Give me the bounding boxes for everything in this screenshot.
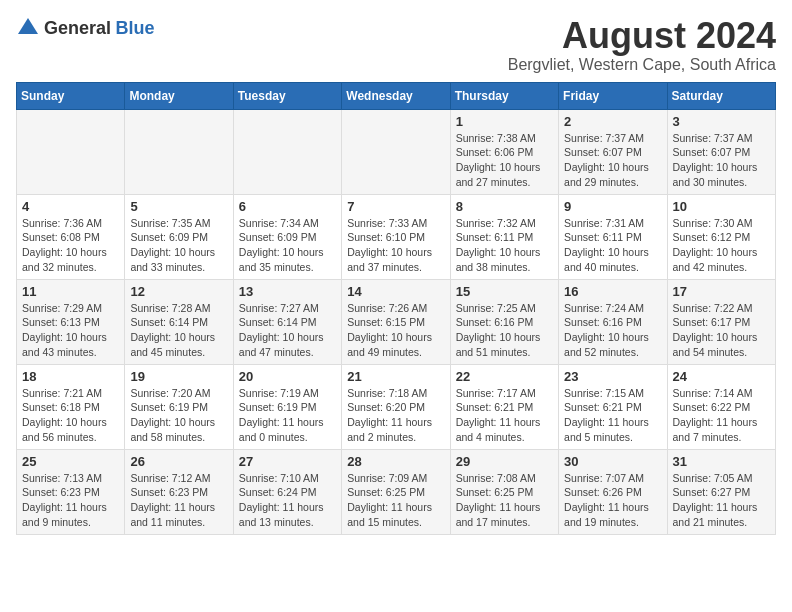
day-number: 4 (22, 199, 119, 214)
calendar-cell: 22Sunrise: 7:17 AM Sunset: 6:21 PM Dayli… (450, 364, 558, 449)
day-number: 1 (456, 114, 553, 129)
day-number: 15 (456, 284, 553, 299)
calendar-cell: 10Sunrise: 7:30 AM Sunset: 6:12 PM Dayli… (667, 194, 775, 279)
day-number: 23 (564, 369, 661, 384)
day-info: Sunrise: 7:36 AM Sunset: 6:08 PM Dayligh… (22, 216, 119, 275)
calendar-cell (17, 109, 125, 194)
calendar-cell: 7Sunrise: 7:33 AM Sunset: 6:10 PM Daylig… (342, 194, 450, 279)
day-number: 19 (130, 369, 227, 384)
day-number: 18 (22, 369, 119, 384)
day-info: Sunrise: 7:30 AM Sunset: 6:12 PM Dayligh… (673, 216, 770, 275)
calendar-cell: 29Sunrise: 7:08 AM Sunset: 6:25 PM Dayli… (450, 449, 558, 534)
day-info: Sunrise: 7:20 AM Sunset: 6:19 PM Dayligh… (130, 386, 227, 445)
day-info: Sunrise: 7:26 AM Sunset: 6:15 PM Dayligh… (347, 301, 444, 360)
calendar-cell: 2Sunrise: 7:37 AM Sunset: 6:07 PM Daylig… (559, 109, 667, 194)
day-info: Sunrise: 7:27 AM Sunset: 6:14 PM Dayligh… (239, 301, 336, 360)
calendar-cell: 26Sunrise: 7:12 AM Sunset: 6:23 PM Dayli… (125, 449, 233, 534)
day-number: 31 (673, 454, 770, 469)
week-row-5: 25Sunrise: 7:13 AM Sunset: 6:23 PM Dayli… (17, 449, 776, 534)
day-info: Sunrise: 7:37 AM Sunset: 6:07 PM Dayligh… (564, 131, 661, 190)
day-number: 13 (239, 284, 336, 299)
page-header: General Blue August 2024 Bergvliet, West… (16, 16, 776, 74)
calendar-cell: 17Sunrise: 7:22 AM Sunset: 6:17 PM Dayli… (667, 279, 775, 364)
calendar-cell: 23Sunrise: 7:15 AM Sunset: 6:21 PM Dayli… (559, 364, 667, 449)
day-info: Sunrise: 7:05 AM Sunset: 6:27 PM Dayligh… (673, 471, 770, 530)
day-info: Sunrise: 7:14 AM Sunset: 6:22 PM Dayligh… (673, 386, 770, 445)
day-number: 12 (130, 284, 227, 299)
day-info: Sunrise: 7:38 AM Sunset: 6:06 PM Dayligh… (456, 131, 553, 190)
calendar-subtitle: Bergvliet, Western Cape, South Africa (508, 56, 776, 74)
day-info: Sunrise: 7:35 AM Sunset: 6:09 PM Dayligh… (130, 216, 227, 275)
day-number: 27 (239, 454, 336, 469)
calendar-cell: 6Sunrise: 7:34 AM Sunset: 6:09 PM Daylig… (233, 194, 341, 279)
logo-icon (16, 16, 40, 40)
day-number: 10 (673, 199, 770, 214)
day-info: Sunrise: 7:12 AM Sunset: 6:23 PM Dayligh… (130, 471, 227, 530)
calendar-cell (125, 109, 233, 194)
calendar-cell: 11Sunrise: 7:29 AM Sunset: 6:13 PM Dayli… (17, 279, 125, 364)
day-header-wednesday: Wednesday (342, 82, 450, 109)
calendar-cell (233, 109, 341, 194)
calendar-cell: 12Sunrise: 7:28 AM Sunset: 6:14 PM Dayli… (125, 279, 233, 364)
calendar-cell: 8Sunrise: 7:32 AM Sunset: 6:11 PM Daylig… (450, 194, 558, 279)
day-info: Sunrise: 7:33 AM Sunset: 6:10 PM Dayligh… (347, 216, 444, 275)
logo: General Blue (16, 16, 155, 40)
calendar-cell: 21Sunrise: 7:18 AM Sunset: 6:20 PM Dayli… (342, 364, 450, 449)
calendar-cell: 16Sunrise: 7:24 AM Sunset: 6:16 PM Dayli… (559, 279, 667, 364)
day-number: 28 (347, 454, 444, 469)
day-info: Sunrise: 7:08 AM Sunset: 6:25 PM Dayligh… (456, 471, 553, 530)
day-info: Sunrise: 7:15 AM Sunset: 6:21 PM Dayligh… (564, 386, 661, 445)
calendar-cell: 31Sunrise: 7:05 AM Sunset: 6:27 PM Dayli… (667, 449, 775, 534)
calendar-title: August 2024 (508, 16, 776, 56)
day-number: 17 (673, 284, 770, 299)
calendar-cell: 3Sunrise: 7:37 AM Sunset: 6:07 PM Daylig… (667, 109, 775, 194)
calendar-cell: 1Sunrise: 7:38 AM Sunset: 6:06 PM Daylig… (450, 109, 558, 194)
day-info: Sunrise: 7:31 AM Sunset: 6:11 PM Dayligh… (564, 216, 661, 275)
day-info: Sunrise: 7:25 AM Sunset: 6:16 PM Dayligh… (456, 301, 553, 360)
calendar-cell: 24Sunrise: 7:14 AM Sunset: 6:22 PM Dayli… (667, 364, 775, 449)
day-info: Sunrise: 7:24 AM Sunset: 6:16 PM Dayligh… (564, 301, 661, 360)
week-row-4: 18Sunrise: 7:21 AM Sunset: 6:18 PM Dayli… (17, 364, 776, 449)
day-number: 14 (347, 284, 444, 299)
day-info: Sunrise: 7:07 AM Sunset: 6:26 PM Dayligh… (564, 471, 661, 530)
week-row-3: 11Sunrise: 7:29 AM Sunset: 6:13 PM Dayli… (17, 279, 776, 364)
week-row-1: 1Sunrise: 7:38 AM Sunset: 6:06 PM Daylig… (17, 109, 776, 194)
day-number: 16 (564, 284, 661, 299)
logo-general-text: General (44, 18, 111, 38)
day-number: 25 (22, 454, 119, 469)
day-info: Sunrise: 7:19 AM Sunset: 6:19 PM Dayligh… (239, 386, 336, 445)
logo-blue-text: Blue (116, 18, 155, 38)
day-info: Sunrise: 7:32 AM Sunset: 6:11 PM Dayligh… (456, 216, 553, 275)
day-header-sunday: Sunday (17, 82, 125, 109)
day-number: 7 (347, 199, 444, 214)
day-number: 22 (456, 369, 553, 384)
day-number: 5 (130, 199, 227, 214)
calendar-cell: 14Sunrise: 7:26 AM Sunset: 6:15 PM Dayli… (342, 279, 450, 364)
calendar-table: SundayMondayTuesdayWednesdayThursdayFrid… (16, 82, 776, 535)
day-number: 20 (239, 369, 336, 384)
day-number: 6 (239, 199, 336, 214)
calendar-cell: 15Sunrise: 7:25 AM Sunset: 6:16 PM Dayli… (450, 279, 558, 364)
day-number: 3 (673, 114, 770, 129)
day-header-friday: Friday (559, 82, 667, 109)
day-info: Sunrise: 7:37 AM Sunset: 6:07 PM Dayligh… (673, 131, 770, 190)
day-info: Sunrise: 7:17 AM Sunset: 6:21 PM Dayligh… (456, 386, 553, 445)
day-info: Sunrise: 7:13 AM Sunset: 6:23 PM Dayligh… (22, 471, 119, 530)
calendar-cell: 4Sunrise: 7:36 AM Sunset: 6:08 PM Daylig… (17, 194, 125, 279)
title-block: August 2024 Bergvliet, Western Cape, Sou… (508, 16, 776, 74)
day-info: Sunrise: 7:09 AM Sunset: 6:25 PM Dayligh… (347, 471, 444, 530)
week-row-2: 4Sunrise: 7:36 AM Sunset: 6:08 PM Daylig… (17, 194, 776, 279)
day-info: Sunrise: 7:10 AM Sunset: 6:24 PM Dayligh… (239, 471, 336, 530)
day-number: 9 (564, 199, 661, 214)
calendar-cell: 18Sunrise: 7:21 AM Sunset: 6:18 PM Dayli… (17, 364, 125, 449)
calendar-cell: 19Sunrise: 7:20 AM Sunset: 6:19 PM Dayli… (125, 364, 233, 449)
day-header-saturday: Saturday (667, 82, 775, 109)
calendar-cell: 20Sunrise: 7:19 AM Sunset: 6:19 PM Dayli… (233, 364, 341, 449)
day-info: Sunrise: 7:21 AM Sunset: 6:18 PM Dayligh… (22, 386, 119, 445)
calendar-cell: 28Sunrise: 7:09 AM Sunset: 6:25 PM Dayli… (342, 449, 450, 534)
day-info: Sunrise: 7:18 AM Sunset: 6:20 PM Dayligh… (347, 386, 444, 445)
svg-marker-0 (18, 18, 38, 34)
day-info: Sunrise: 7:22 AM Sunset: 6:17 PM Dayligh… (673, 301, 770, 360)
days-header-row: SundayMondayTuesdayWednesdayThursdayFrid… (17, 82, 776, 109)
calendar-cell: 13Sunrise: 7:27 AM Sunset: 6:14 PM Dayli… (233, 279, 341, 364)
